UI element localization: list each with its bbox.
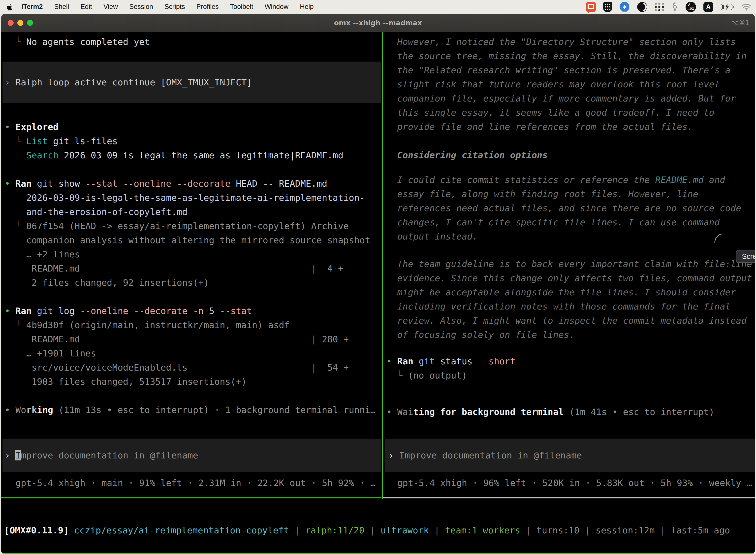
terminal-line: might be acceptable alongside the file l… [383, 285, 755, 299]
terminal-line: of focusing solely on file lines. [383, 328, 755, 342]
cursor-arc-fragment [714, 233, 724, 248]
terminal-line: review. Also, I might want to inspect th… [383, 314, 755, 328]
spacer [1, 103, 381, 120]
menu-item-window[interactable]: Window [265, 3, 289, 11]
text-segment: ralph:11/20 [305, 525, 364, 535]
menu-item-iterm2[interactable]: iTerm2 [21, 3, 43, 11]
prompt-input-box[interactable]: › Ralph loop active continue [OMX_TMUX_I… [2, 62, 381, 103]
menu-item-help[interactable]: Help [300, 3, 314, 11]
text-segment: gpt-5.4 xhigh · 96% left · 520K in · 5.8… [386, 478, 752, 488]
text-segment: slight risk that future readers may over… [386, 79, 720, 89]
text-segment: • [5, 306, 15, 316]
text-segment: └ [5, 221, 26, 231]
terminal-line: changes, I can't cite specific file line… [383, 215, 755, 229]
text-segment: companion file, especially if more comme… [386, 93, 736, 104]
text-segment: └ [386, 370, 408, 381]
spacer [383, 472, 755, 476]
text-segment: Ran [15, 178, 37, 189]
text-segment: › [5, 77, 15, 88]
text-segment: team:1 workers [445, 525, 520, 535]
battery-icon[interactable] [721, 4, 734, 10]
text-segment: log [53, 306, 80, 316]
text-segment: 2026-03-09-is-legal-the-same-as-legitima… [59, 150, 343, 160]
menu-item-shell[interactable]: Shell [54, 3, 69, 11]
terminal-line: the source tree, missing the essay. Stil… [383, 49, 755, 63]
terminal-line: The team guideline is to back every impo… [383, 257, 755, 271]
terminal-line: Considering citation options [383, 148, 755, 162]
text-segment: review. Also, I might want to inspect th… [386, 316, 747, 326]
prompt-input-line: › Ralph loop active continue [OMX_TMUX_I… [2, 75, 252, 89]
dots-grid-icon[interactable] [655, 3, 664, 11]
terminal-line: and-the-erosion-of-copyleft.md [1, 205, 381, 219]
text-segment: Improve documentation in @filename [399, 450, 582, 460]
terminal-line: └ 4b9d30f (origin/main, instructkr/main,… [1, 318, 381, 332]
text-segment: Ralph loop active continue [OMX_TMUX_INJ… [15, 77, 252, 88]
apple-icon[interactable] [6, 3, 13, 11]
terminal-line: • Ran git show --stat --oneline --decora… [1, 176, 381, 190]
menu-item-session[interactable]: Session [129, 3, 153, 11]
text-segment: • [5, 405, 15, 415]
menu-item-toolbelt[interactable]: Toolbelt [230, 3, 253, 11]
text-segment: 2 files changed, 92 insertions(+) [5, 277, 209, 288]
text-segment: essay file, along with finding root file… [386, 189, 698, 199]
text-segment: … +1901 lines [5, 348, 96, 358]
letter-a-icon[interactable]: A [703, 2, 713, 12]
menu-item-view[interactable]: View [104, 3, 118, 11]
text-segment: 067f154 (HEAD -> essay/ai-reimplementati… [26, 221, 349, 231]
text-segment [128, 306, 134, 316]
menu-item-scripts[interactable]: Scripts [165, 3, 185, 11]
spacer [1, 290, 381, 304]
spacer [383, 32, 755, 35]
text-segment: --oneline [80, 306, 128, 316]
screen-tooltip-label: Scre [742, 250, 755, 264]
window-title-bar[interactable]: omx --xhigh --madmax ⌥⌘1 [1, 14, 755, 32]
spacer [1, 389, 381, 403]
pane-divider[interactable] [382, 32, 383, 499]
prompt-input-box[interactable]: › Improve documentation in @filename [385, 439, 755, 472]
text-segment: ultrawork [380, 525, 429, 535]
gauge-61-icon[interactable]: ..61 [686, 2, 696, 12]
spacer [1, 49, 381, 62]
menu-item-profiles[interactable]: Profiles [196, 3, 219, 11]
left-terminal-pane[interactable]: └ No agents completed yet› Ralph loop ac… [1, 32, 381, 498]
text-segment [5, 150, 26, 160]
text-segment [171, 178, 177, 189]
text-segment: README.md [655, 175, 704, 185]
text-segment: › [5, 450, 15, 460]
right-terminal-pane[interactable]: However, I noticed the "Directory Struct… [383, 32, 755, 498]
terminal-line: 2 files changed, 92 insertions(+) [1, 276, 381, 290]
tmux-host-clock: "MacBook-Pro-44.local" 04:52 31-Mar-26 [548, 553, 752, 554]
text-segment: 2026-03-09-is-legal-the-same-as-legitima… [5, 192, 365, 203]
spacer [383, 134, 755, 148]
text-segment: might be acceptable alongside the file l… [386, 287, 736, 297]
text-segment: • [5, 122, 15, 132]
text-segment: 1903 files changed, 513517 insertions(+) [5, 377, 247, 387]
text-segment: └ [5, 37, 26, 47]
hook-icon[interactable] [672, 2, 678, 12]
terminal-line: src/voice/voiceModeEnabled.ts | 54 + [1, 361, 381, 375]
text-segment: --oneline [123, 178, 171, 189]
text-segment: README.md [273, 178, 327, 189]
text-segment: ing [37, 405, 53, 415]
keypad-shield-icon[interactable] [603, 2, 612, 12]
prompt-input-box[interactable]: › Improve documentation in @filename [2, 439, 381, 472]
menu-item-edit[interactable]: Edit [81, 3, 92, 11]
spacer [383, 162, 755, 173]
text-segment: references need actual files, and since … [386, 203, 741, 213]
text-segment: … +2 lines [5, 249, 80, 259]
spacer [383, 419, 755, 439]
text-segment: | [364, 525, 380, 535]
text-segment: git [37, 306, 53, 316]
tmux-session-label: [omx-cczip0:bash* [4, 553, 95, 554]
text-segment: 4b9d30f (origin/main, instructkr/main, m… [26, 320, 290, 330]
text-segment: Wai [397, 407, 413, 417]
moon-circle-icon[interactable] [637, 2, 647, 12]
prompt-input-line: › Improve documentation in @filename [385, 448, 582, 462]
chat-bubble-icon[interactable] [586, 2, 596, 12]
terminal-area[interactable]: └ No agents completed yet› Ralph loop ac… [1, 32, 755, 554]
lightning-badge-icon[interactable] [620, 2, 630, 12]
wifi-icon[interactable] [742, 3, 751, 11]
text-segment: last:5m ago [671, 525, 730, 535]
text-segment: Considering citation options [386, 150, 548, 160]
spacer [1, 417, 381, 439]
